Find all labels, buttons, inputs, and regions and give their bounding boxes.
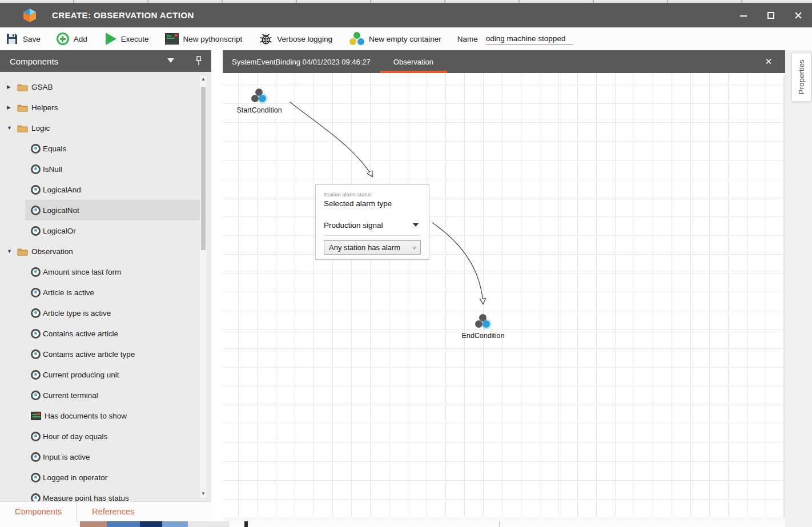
tree-item-label: Input is active — [43, 453, 90, 461]
maximize-button[interactable] — [757, 3, 785, 27]
folder-icon — [17, 103, 31, 112]
execute-button[interactable]: Execute — [100, 30, 155, 48]
components-panel-title: Components — [10, 57, 58, 66]
right-dock-strip — [785, 50, 812, 527]
tree-item-article-type-is-active[interactable]: Article type is active — [25, 303, 200, 323]
tree-item-helpers[interactable]: ▶Helpers — [0, 97, 200, 118]
properties-tab-label: Properties — [797, 59, 806, 95]
tree-item-gsab[interactable]: ▶GSAB — [0, 77, 200, 97]
tree-item-contains-active-article[interactable]: Contains active article — [25, 323, 200, 344]
eye-icon — [31, 473, 41, 482]
tree-item-has-documents-to-show[interactable]: Has documents to show — [25, 405, 200, 426]
tree-item-input-is-active[interactable]: Input is active — [25, 446, 200, 467]
pin-icon[interactable] — [195, 56, 203, 66]
eye-icon — [31, 432, 41, 441]
tab-references[interactable]: References — [77, 502, 149, 522]
tree-item-label: Logic — [31, 124, 50, 132]
scrollbar-thumb[interactable] — [201, 87, 206, 250]
new-empty-container-label: New empty container — [369, 35, 441, 43]
eye-icon — [31, 370, 41, 380]
eye-icon — [31, 206, 41, 215]
tree-item-label: Article is active — [43, 288, 94, 297]
tree-item-current-producing-unit[interactable]: Current producing unit — [25, 364, 200, 385]
add-icon — [57, 33, 69, 45]
tab-components[interactable]: Components — [0, 502, 77, 522]
tree-item-amount-since-last-form[interactable]: Amount since last form — [25, 262, 200, 282]
save-button[interactable]: Save — [0, 30, 46, 48]
new-empty-container-button[interactable]: New empty container — [344, 30, 447, 48]
tree-item-label: Amount since last form — [43, 268, 121, 276]
tree-item-logicalnot[interactable]: LogicalNot — [25, 200, 200, 220]
add-button[interactable]: Add — [51, 30, 93, 48]
tree-item-logicaland[interactable]: LogicalAnd — [25, 179, 200, 200]
tree-item-hour-of-day-equals[interactable]: Hour of day equals — [25, 426, 200, 446]
tree-item-logicalor[interactable]: LogicalOr — [25, 220, 200, 241]
eye-icon — [31, 164, 41, 174]
canvas-footer-strip — [223, 517, 783, 521]
tree-item-label: Helpers — [31, 103, 58, 112]
chevron-down-icon[interactable] — [167, 58, 174, 63]
execute-label: Execute — [121, 35, 149, 43]
tree-item-contains-active-article-type[interactable]: Contains active article type — [25, 344, 200, 364]
start-condition-node[interactable]: StartCondition — [219, 88, 299, 114]
expand-icon[interactable]: ▶ — [7, 84, 17, 90]
tree-item-observation[interactable]: ▼Observation — [0, 241, 200, 262]
tree-item-label: IsNull — [43, 165, 62, 174]
verbose-logging-button[interactable]: Verbose logging — [254, 30, 338, 48]
tree-item-label: LogicalNot — [43, 206, 79, 215]
tree-item-label: Contains active article — [43, 329, 118, 338]
station-alarm-combobox-value: Any station has alarm — [329, 243, 400, 252]
minimize-button[interactable] — [730, 3, 757, 27]
eye-icon — [31, 391, 41, 400]
background-mark — [244, 521, 248, 527]
scroll-down-icon[interactable]: ▼ — [200, 490, 207, 498]
eye-icon — [31, 329, 41, 339]
station-alarm-status-block[interactable]: Station alarm status Selected alarm type… — [315, 184, 429, 260]
block-title: Selected alarm type — [324, 199, 429, 208]
diagram-canvas[interactable]: StartCondition Station alarm status Sele… — [223, 73, 783, 517]
tree-item-isnull[interactable]: IsNull — [25, 159, 200, 179]
tree-item-label: GSAB — [31, 83, 53, 91]
tree-item-equals[interactable]: Equals — [25, 138, 200, 159]
document-close-icon[interactable]: ✕ — [760, 57, 777, 67]
background-divider — [499, 521, 500, 527]
eye-icon — [31, 185, 41, 195]
scroll-up-icon[interactable]: ▲ — [200, 75, 207, 83]
name-label: Name — [457, 35, 478, 43]
component-tree: ▶GSAB▶Helpers▼LogicEqualsIsNullLogicalAn… — [0, 72, 211, 523]
components-panel-header[interactable]: Components — [0, 50, 211, 72]
tree-item-label: LogicalOr — [43, 227, 76, 235]
new-pythonscript-button[interactable]: New pythonscript — [159, 30, 248, 48]
tab-systemeventbinding[interactable]: SystemEventBinding 04/01/2023 09:46:27 — [223, 50, 380, 73]
dropdown-arrow-icon — [413, 223, 419, 227]
tree-item-logic[interactable]: ▼Logic — [0, 118, 200, 138]
tab-observation[interactable]: Observation — [380, 50, 447, 73]
add-label: Add — [74, 35, 87, 43]
tree-item-article-is-active[interactable]: Article is active — [25, 282, 200, 303]
document-tabbar: SystemEventBinding 04/01/2023 09:46:27 O… — [223, 50, 785, 73]
condition-node-icon — [475, 314, 492, 329]
condition-node-icon — [251, 88, 268, 104]
close-button[interactable] — [785, 3, 812, 27]
block-divider — [324, 235, 421, 236]
eye-icon — [31, 288, 41, 297]
expand-icon[interactable]: ▶ — [7, 104, 17, 110]
eye-icon — [31, 452, 41, 462]
folder-icon — [17, 247, 31, 256]
alarm-type-dropdown[interactable]: Production signal — [324, 218, 421, 232]
verbose-logging-label: Verbose logging — [277, 35, 332, 43]
tree-item-logged-in-operator[interactable]: Logged in operator — [25, 467, 200, 488]
toolbar: Save Add Execute New pythonscript — [0, 27, 812, 50]
panel-tabs: Components References — [0, 501, 211, 521]
collapse-icon[interactable]: ▼ — [7, 125, 17, 131]
station-alarm-combobox[interactable]: Any station has alarm ˅ — [324, 240, 421, 255]
tree-item-label: Observation — [31, 247, 73, 256]
end-condition-node[interactable]: EndCondition — [443, 314, 523, 340]
folder-icon — [17, 83, 31, 91]
tree-item-current-terminal[interactable]: Current terminal — [25, 385, 200, 405]
properties-tab[interactable]: Properties — [791, 53, 811, 102]
name-input[interactable] — [486, 34, 573, 45]
collapse-icon[interactable]: ▼ — [7, 248, 17, 254]
tree-item-label: Contains active article type — [43, 350, 135, 359]
tree-scrollbar[interactable]: ▲ ▼ — [200, 75, 207, 498]
